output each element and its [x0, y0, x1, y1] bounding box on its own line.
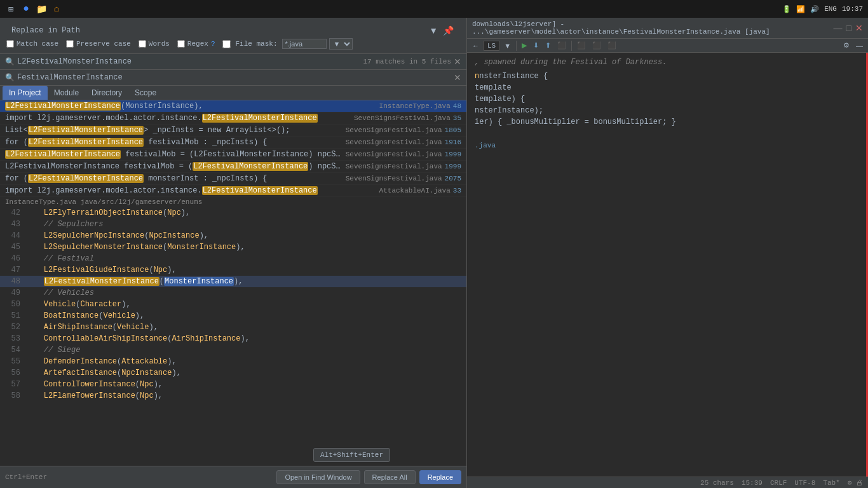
table-row[interactable]: for (L2FestivalMonsterInstance festivalM…: [0, 137, 466, 149]
right-panel: downloads\l2jserver] - ...\gameserver\mo…: [467, 18, 868, 488]
status-crlf: CRLF: [770, 479, 787, 487]
filepath-text: InstanceType.java java/src/l2j/gameserve…: [5, 198, 202, 206]
status-chars: 25 chars: [700, 479, 734, 487]
result-filename: AttackableAI.java: [379, 187, 451, 194]
right-code-content: , spawned during the Festival of Darknes…: [467, 53, 866, 154]
preserve-case-input[interactable]: [66, 40, 74, 48]
tab-scope[interactable]: Scope: [128, 86, 163, 100]
words-label: Words: [149, 40, 170, 48]
maximize-button[interactable]: □: [846, 23, 851, 33]
file-mask-input[interactable]: [282, 39, 327, 49]
code-preview: 42 L2FlyTerrainObjectInstance(Npc), 43 /…: [0, 207, 466, 402]
windows-icon[interactable]: ⊞: [5, 3, 17, 15]
separator: [516, 41, 517, 51]
regex-label: Regex: [187, 40, 208, 48]
regex-input[interactable]: [177, 40, 185, 48]
replace-icon: 🔍: [5, 73, 15, 83]
highlight-match: L2FestivalMonsterInstance: [28, 138, 144, 147]
open-find-window-button[interactable]: Open in Find Window: [276, 470, 360, 484]
table-row[interactable]: import l2j.gameserver.model.actor.instan…: [0, 112, 466, 125]
match-case-checkbox[interactable]: Match case: [6, 40, 58, 48]
pin-icon[interactable]: 📌: [442, 24, 455, 37]
close-panel-icon[interactable]: —: [853, 40, 865, 51]
status-encoding: UTF-8: [794, 479, 815, 487]
highlight-match: L2FestivalMonsterInstance: [202, 186, 318, 195]
result-code: for (L2FestivalMonsterInstance monsterIn…: [5, 174, 341, 183]
folder-icon[interactable]: 📁: [36, 3, 47, 15]
file-mask-dropdown[interactable]: ▼: [329, 38, 353, 50]
tool3-icon[interactable]: ⬛: [605, 40, 619, 51]
replace-button[interactable]: Replace: [419, 470, 461, 484]
tooltip-text: Alt+Shift+Enter: [320, 451, 383, 459]
highlight-match: L2FestivalMonsterInstance: [28, 174, 144, 183]
spacer: [475, 129, 858, 142]
step-up-icon[interactable]: ⬆: [543, 40, 553, 51]
code-line: 53 ControllableAirShipInstance(AirShipIn…: [0, 333, 466, 344]
tab-in-project[interactable]: In Project: [3, 86, 48, 100]
taskbar-volume: 🔊: [810, 5, 819, 13]
search-clear-btn[interactable]: ✕: [454, 57, 461, 67]
result-filename: SevenSignsFestival.java: [354, 114, 451, 122]
tool1-icon[interactable]: ⬛: [574, 40, 588, 51]
stop-button[interactable]: ⬛: [555, 40, 569, 51]
code-line: 56 ArtefactInstance(NpcInstance),: [0, 367, 466, 379]
bottom-actions: Ctrl+Enter Open in Find Window Replace A…: [0, 466, 466, 488]
main-container: Replace in Path ▼ 📌 Match case Preserve …: [0, 18, 868, 488]
result-code: L2FestivalMonsterInstance festivalMob = …: [5, 162, 341, 171]
result-code: L2FestivalMonsterInstance festivalMob = …: [5, 150, 341, 159]
step-down-icon[interactable]: ⬇: [531, 40, 541, 51]
table-row[interactable]: L2FestivalMonsterInstance festivalMob = …: [0, 161, 466, 173]
table-row[interactable]: for (L2FestivalMonsterInstance monsterIn…: [0, 173, 466, 185]
words-input[interactable]: [139, 40, 146, 48]
table-row[interactable]: List<L2FestivalMonsterInstance> _npcInst…: [0, 125, 466, 137]
code-line-highlighted: 48 L2FestivalMonsterInstance(MonsterInst…: [0, 276, 466, 287]
search-input[interactable]: [17, 57, 363, 66]
right-code-line2: template: [475, 83, 858, 92]
tab-module[interactable]: Module: [48, 86, 85, 100]
replace-input[interactable]: [17, 73, 454, 82]
preserve-case-checkbox[interactable]: Preserve case: [66, 40, 131, 48]
shortcut-hint: Ctrl+Enter: [5, 473, 47, 481]
settings-icon[interactable]: ⚙: [841, 40, 852, 51]
code-line: 52 AirShipInstance(Vehicle),: [0, 322, 466, 333]
file-mask-checkbox[interactable]: [222, 40, 231, 48]
editor-titlebar: downloads\l2jserver] - ...\gameserver\mo…: [467, 18, 868, 39]
result-filename: SevenSignsFestival.java: [346, 126, 442, 134]
tool2-icon[interactable]: ⬛: [590, 40, 604, 51]
toolbar-right: ⚙ —: [841, 40, 865, 51]
file-mask-label: File mask:: [235, 40, 277, 48]
search-icon: 🔍: [5, 57, 15, 67]
tab-directory[interactable]: Directory: [85, 86, 128, 100]
highlight-match: L2FestivalMonsterInstance: [202, 114, 318, 123]
table-row[interactable]: L2FestivalMonsterInstance(MonsterInstanc…: [0, 100, 466, 112]
code-line: 54 // Siege: [0, 344, 466, 356]
code-area[interactable]: , spawned during the Festival of Darknes…: [467, 53, 866, 154]
home-icon[interactable]: ⌂: [51, 3, 62, 15]
result-line: 33: [453, 187, 461, 194]
result-code: for (L2FestivalMonsterInstance festivalM…: [5, 138, 341, 147]
run-button[interactable]: ▶: [519, 40, 529, 51]
chrome-icon[interactable]: ●: [20, 3, 32, 15]
replace-all-button[interactable]: Replace All: [364, 470, 416, 484]
editor-main: , spawned during the Festival of Darknes…: [467, 53, 868, 477]
close-button[interactable]: ✕: [855, 23, 863, 33]
scope-tabs: In Project Module Directory Scope: [0, 86, 466, 100]
words-checkbox[interactable]: Words: [139, 40, 170, 48]
table-row[interactable]: L2FestivalMonsterInstance festivalMob = …: [0, 149, 466, 161]
result-code: L2FestivalMonsterInstance(MonsterInstanc…: [5, 102, 374, 111]
highlight-match: L2FestivalMonsterInstance: [5, 150, 121, 159]
result-code: import l2j.gameserver.model.actor.instan…: [5, 186, 374, 195]
replace-row: 🔍 ✕: [0, 70, 466, 86]
replace-clear-btn[interactable]: ✕: [454, 72, 461, 83]
regex-help-icon[interactable]: ?: [211, 40, 215, 48]
match-case-input[interactable]: [6, 40, 14, 48]
preserve-case-label: Preserve case: [76, 40, 131, 48]
matches-count: 17 matches in 5 files: [363, 58, 451, 65]
minimize-button[interactable]: —: [834, 23, 843, 33]
back-icon[interactable]: ←: [470, 41, 482, 51]
table-row[interactable]: import l2j.gameserver.model.actor.instan…: [0, 185, 466, 197]
filter-icon[interactable]: ▼: [428, 24, 439, 37]
right-code-java: .java: [475, 142, 858, 149]
ls-dropdown-icon[interactable]: ▼: [501, 41, 513, 51]
regex-checkbox[interactable]: Regex ?: [177, 40, 215, 48]
